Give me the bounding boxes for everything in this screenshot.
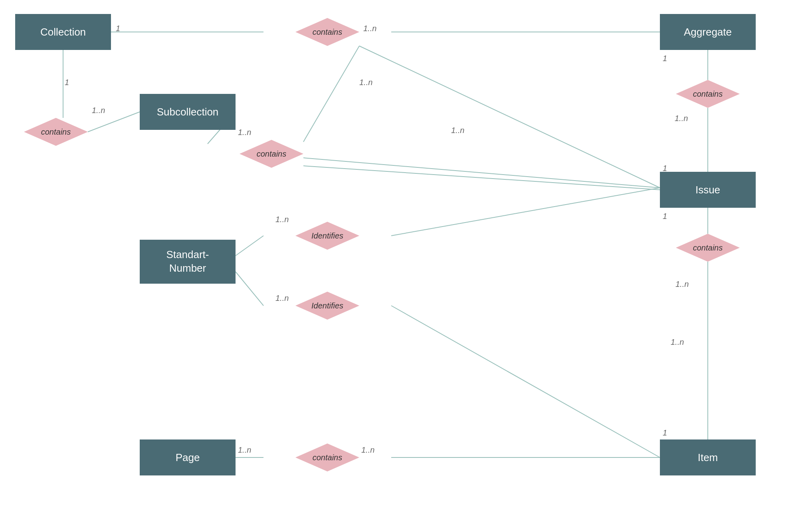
diamond-contains-issue: contains <box>676 234 740 262</box>
entity-item: Item <box>660 439 756 475</box>
card-8: 1 <box>663 54 667 63</box>
svg-line-7 <box>303 158 660 188</box>
diamond-contains-mid: contains <box>240 140 303 168</box>
svg-line-8 <box>303 166 660 190</box>
card-18: 1..n <box>671 338 684 347</box>
card-9: 1..n <box>675 114 688 123</box>
card-2: 1..n <box>363 24 376 33</box>
card-13: 1..n <box>275 215 289 224</box>
diamond-identifies-bot: Identifies <box>295 292 359 320</box>
diamond-contains-top: contains <box>295 18 359 46</box>
entity-issue: Issue <box>660 172 756 208</box>
card-15: 1..n <box>238 445 251 455</box>
svg-line-16 <box>391 306 660 457</box>
svg-line-14 <box>391 188 660 236</box>
svg-line-3 <box>303 46 359 142</box>
svg-line-15 <box>236 272 263 306</box>
card-10: 1 <box>663 164 667 173</box>
entity-page: Page <box>140 439 236 475</box>
card-3: 1 <box>65 78 69 87</box>
card-14: 1..n <box>275 294 289 303</box>
card-4: 1..n <box>92 106 105 115</box>
card-16: 1..n <box>361 445 374 455</box>
card-12: 1..n <box>675 280 689 289</box>
card-11: 1 <box>663 212 667 221</box>
entity-subcollection: Subcollection <box>140 94 236 130</box>
svg-line-2 <box>359 46 660 188</box>
card-1: 1 <box>116 24 120 33</box>
diamond-identifies-top: Identifies <box>295 222 359 250</box>
entity-collection: Collection <box>15 14 111 50</box>
card-6: 1..n <box>359 78 372 87</box>
entity-standart-number: Standart- Number <box>140 240 236 284</box>
diamond-contains-left: contains <box>24 118 88 146</box>
card-7: 1..n <box>451 126 464 135</box>
svg-line-13 <box>236 236 263 256</box>
entity-aggregate: Aggregate <box>660 14 756 50</box>
card-5: 1..n <box>238 128 251 137</box>
diamond-contains-aggregate: contains <box>676 80 740 108</box>
diamond-contains-page: contains <box>295 443 359 471</box>
card-17: 1 <box>663 428 667 437</box>
